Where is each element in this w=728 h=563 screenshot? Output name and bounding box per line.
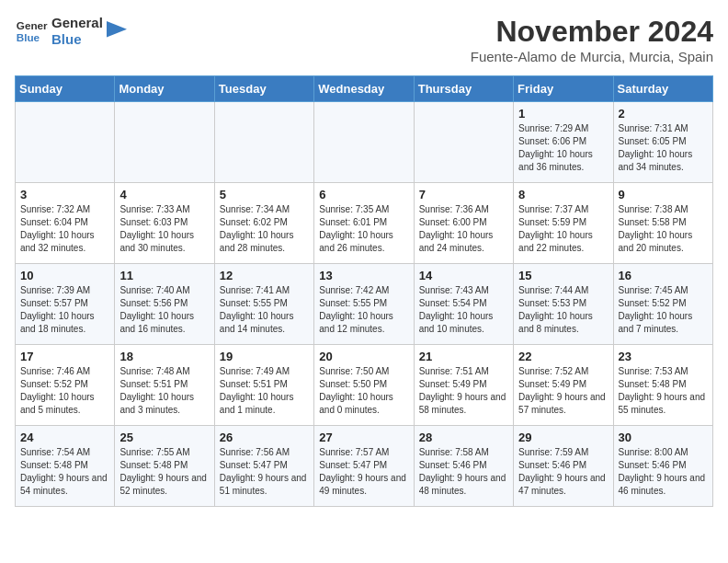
day-number: 16 [619,269,708,282]
calendar-week-row: 3Sunrise: 7:32 AM Sunset: 6:04 PM Daylig… [16,183,713,264]
day-info: Sunrise: 7:51 AM Sunset: 5:49 PM Dayligh… [419,365,508,417]
day-info: Sunrise: 7:57 AM Sunset: 5:47 PM Dayligh… [319,446,408,498]
day-info: Sunrise: 7:52 AM Sunset: 5:49 PM Dayligh… [518,365,608,417]
day-info: Sunrise: 7:32 AM Sunset: 6:04 PM Dayligh… [20,203,109,255]
day-info: Sunrise: 8:00 AM Sunset: 5:46 PM Dayligh… [619,446,708,498]
day-info: Sunrise: 7:54 AM Sunset: 5:48 PM Dayligh… [20,446,109,498]
day-number: 1 [518,107,608,121]
day-number: 19 [220,350,309,363]
day-info: Sunrise: 7:38 AM Sunset: 5:58 PM Dayligh… [619,203,708,255]
calendar-cell: 1Sunrise: 7:29 AM Sunset: 6:06 PM Daylig… [514,102,613,183]
calendar-cell [115,102,214,183]
day-info: Sunrise: 7:42 AM Sunset: 5:55 PM Dayligh… [319,284,408,336]
month-title: November 2024 [471,15,713,49]
calendar-table: SundayMondayTuesdayWednesdayThursdayFrid… [15,75,713,507]
day-of-week-header: Thursday [414,76,513,102]
calendar-cell: 26Sunrise: 7:56 AM Sunset: 5:47 PM Dayli… [214,426,313,507]
calendar-cell: 7Sunrise: 7:36 AM Sunset: 6:00 PM Daylig… [414,183,513,264]
day-info: Sunrise: 7:50 AM Sunset: 5:50 PM Dayligh… [319,365,408,417]
day-info: Sunrise: 7:34 AM Sunset: 6:02 PM Dayligh… [220,203,309,255]
calendar-cell: 21Sunrise: 7:51 AM Sunset: 5:49 PM Dayli… [414,345,513,426]
svg-text:Blue: Blue [17,31,40,43]
day-number: 21 [419,350,508,363]
day-number: 13 [319,269,408,282]
logo: General Blue General Blue [15,15,127,48]
day-number: 2 [619,107,708,121]
day-number: 20 [319,350,408,363]
logo-icon: General Blue [15,15,48,48]
calendar-cell [314,102,414,183]
day-number: 9 [619,188,708,201]
calendar-cell: 29Sunrise: 7:59 AM Sunset: 5:46 PM Dayli… [514,426,613,507]
day-number: 3 [20,188,109,201]
day-info: Sunrise: 7:53 AM Sunset: 5:48 PM Dayligh… [619,365,708,417]
calendar-cell: 13Sunrise: 7:42 AM Sunset: 5:55 PM Dayli… [314,264,414,345]
day-of-week-header: Friday [514,76,613,102]
day-info: Sunrise: 7:46 AM Sunset: 5:52 PM Dayligh… [20,365,109,417]
calendar-cell: 28Sunrise: 7:58 AM Sunset: 5:46 PM Dayli… [414,426,513,507]
calendar-week-row: 1Sunrise: 7:29 AM Sunset: 6:06 PM Daylig… [16,102,713,183]
day-info: Sunrise: 7:35 AM Sunset: 6:01 PM Dayligh… [319,203,408,255]
calendar-cell: 14Sunrise: 7:43 AM Sunset: 5:54 PM Dayli… [414,264,513,345]
day-number: 8 [518,188,608,201]
day-number: 25 [119,431,209,444]
day-number: 22 [518,350,608,363]
day-number: 28 [419,431,508,444]
day-number: 12 [220,269,309,282]
day-info: Sunrise: 7:41 AM Sunset: 5:55 PM Dayligh… [220,284,309,336]
day-of-week-header: Monday [115,76,214,102]
day-number: 5 [220,188,309,201]
day-number: 17 [20,350,109,363]
calendar-cell: 6Sunrise: 7:35 AM Sunset: 6:01 PM Daylig… [314,183,414,264]
logo-text-blue: Blue [51,31,103,48]
day-number: 18 [119,350,209,363]
day-number: 27 [319,431,408,444]
calendar-cell: 19Sunrise: 7:49 AM Sunset: 5:51 PM Dayli… [214,345,313,426]
calendar-cell: 25Sunrise: 7:55 AM Sunset: 5:48 PM Dayli… [115,426,214,507]
calendar-cell: 9Sunrise: 7:38 AM Sunset: 5:58 PM Daylig… [613,183,712,264]
calendar-cell: 16Sunrise: 7:45 AM Sunset: 5:52 PM Dayli… [613,264,712,345]
day-number: 15 [518,269,608,282]
day-number: 6 [319,188,408,201]
calendar-week-row: 24Sunrise: 7:54 AM Sunset: 5:48 PM Dayli… [16,426,713,507]
day-info: Sunrise: 7:56 AM Sunset: 5:47 PM Dayligh… [220,446,309,498]
calendar-cell: 2Sunrise: 7:31 AM Sunset: 6:05 PM Daylig… [613,102,712,183]
day-info: Sunrise: 7:43 AM Sunset: 5:54 PM Dayligh… [419,284,508,336]
day-info: Sunrise: 7:29 AM Sunset: 6:06 PM Dayligh… [518,122,608,174]
calendar-cell: 24Sunrise: 7:54 AM Sunset: 5:48 PM Dayli… [16,426,115,507]
calendar-cell: 30Sunrise: 8:00 AM Sunset: 5:46 PM Dayli… [613,426,712,507]
calendar-cell: 11Sunrise: 7:40 AM Sunset: 5:56 PM Dayli… [115,264,214,345]
day-info: Sunrise: 7:45 AM Sunset: 5:52 PM Dayligh… [619,284,708,336]
day-of-week-header: Saturday [613,76,712,102]
day-number: 11 [119,269,209,282]
svg-marker-3 [107,21,127,38]
location-title: Fuente-Alamo de Murcia, Murcia, Spain [471,49,713,64]
calendar-week-row: 10Sunrise: 7:39 AM Sunset: 5:57 PM Dayli… [16,264,713,345]
day-number: 7 [419,188,508,201]
day-info: Sunrise: 7:58 AM Sunset: 5:46 PM Dayligh… [419,446,508,498]
calendar-cell: 22Sunrise: 7:52 AM Sunset: 5:49 PM Dayli… [514,345,613,426]
day-info: Sunrise: 7:49 AM Sunset: 5:51 PM Dayligh… [220,365,309,417]
day-info: Sunrise: 7:37 AM Sunset: 5:59 PM Dayligh… [518,203,608,255]
day-info: Sunrise: 7:55 AM Sunset: 5:48 PM Dayligh… [119,446,209,498]
day-info: Sunrise: 7:59 AM Sunset: 5:46 PM Dayligh… [518,446,608,498]
day-of-week-header: Wednesday [314,76,414,102]
calendar-cell [214,102,313,183]
day-number: 30 [619,431,708,444]
day-of-week-header: Tuesday [214,76,313,102]
calendar-cell: 17Sunrise: 7:46 AM Sunset: 5:52 PM Dayli… [16,345,115,426]
page-header: General Blue General Blue November 2024 … [15,15,713,64]
calendar-cell: 3Sunrise: 7:32 AM Sunset: 6:04 PM Daylig… [16,183,115,264]
day-number: 29 [518,431,608,444]
day-of-week-header: Sunday [16,76,115,102]
day-number: 24 [20,431,109,444]
calendar-cell: 23Sunrise: 7:53 AM Sunset: 5:48 PM Dayli… [613,345,712,426]
day-number: 14 [419,269,508,282]
logo-text-general: General [51,15,103,31]
day-number: 26 [220,431,309,444]
day-number: 10 [20,269,109,282]
calendar-cell: 10Sunrise: 7:39 AM Sunset: 5:57 PM Dayli… [16,264,115,345]
day-info: Sunrise: 7:40 AM Sunset: 5:56 PM Dayligh… [119,284,209,336]
calendar-cell: 15Sunrise: 7:44 AM Sunset: 5:53 PM Dayli… [514,264,613,345]
title-block: November 2024 Fuente-Alamo de Murcia, Mu… [471,15,713,64]
